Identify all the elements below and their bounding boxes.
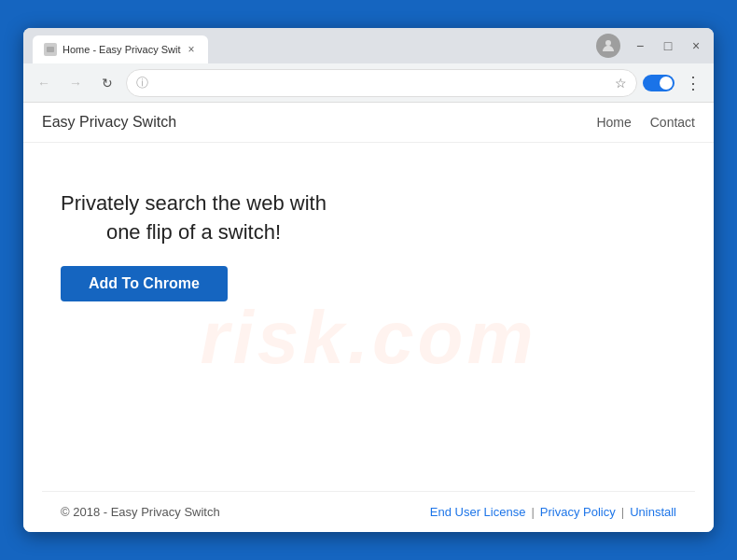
- page-content: Easy Privacy Switch Home Contact risk.co…: [23, 103, 714, 532]
- extension-toggle[interactable]: [643, 75, 674, 91]
- sep2: |: [621, 505, 624, 519]
- nav-home-link[interactable]: Home: [596, 115, 631, 130]
- bookmark-icon[interactable]: ☆: [615, 76, 627, 91]
- sep1: |: [531, 505, 534, 519]
- page-footer: © 2018 - Easy Privacy Switch End User Li…: [42, 491, 695, 532]
- hero-title: Privately search the web with one flip o…: [61, 189, 327, 247]
- footer-links: End User License | Privacy Policy | Unin…: [430, 505, 676, 519]
- site-header: Easy Privacy Switch Home Contact: [23, 103, 714, 143]
- close-window-button[interactable]: ×: [688, 37, 704, 54]
- browser-tab[interactable]: Home - Easy Privacy Swit ×: [33, 35, 208, 63]
- svg-point-1: [605, 40, 611, 46]
- main-area: risk.com Privately search the web with o…: [23, 143, 714, 532]
- forward-button[interactable]: →: [63, 70, 89, 96]
- more-options-button[interactable]: ⋮: [680, 70, 706, 96]
- tab-favicon: [44, 43, 57, 56]
- tab-area: Home - Easy Privacy Swit ×: [33, 28, 589, 63]
- maximize-button[interactable]: □: [660, 37, 676, 54]
- nav-bar: ← → ↻ ⓘ ☆ ⋮: [23, 63, 714, 103]
- footer-copyright: © 2018 - Easy Privacy Switch: [61, 505, 220, 519]
- window-controls: − □ ×: [596, 34, 704, 58]
- hero-section: Privately search the web with one flip o…: [42, 171, 695, 301]
- profile-icon[interactable]: [596, 34, 620, 58]
- info-icon: ⓘ: [136, 75, 148, 91]
- site-nav: Home Contact: [596, 115, 695, 130]
- svg-rect-0: [47, 47, 54, 52]
- browser-window: Home - Easy Privacy Swit × − □ × ← → ↻ ⓘ…: [23, 28, 714, 532]
- privacy-policy-link[interactable]: Privacy Policy: [540, 505, 616, 519]
- address-bar[interactable]: ⓘ ☆: [126, 69, 637, 97]
- hero-title-line2: one flip of a switch!: [106, 220, 281, 244]
- add-to-chrome-button[interactable]: Add To Chrome: [61, 266, 228, 301]
- tab-title: Home - Easy Privacy Swit: [63, 44, 181, 55]
- site-logo: Easy Privacy Switch: [42, 114, 176, 131]
- back-button[interactable]: ←: [31, 70, 57, 96]
- title-bar: Home - Easy Privacy Swit × − □ ×: [23, 28, 714, 63]
- watermark: risk.com: [200, 295, 536, 381]
- tab-close-button[interactable]: ×: [187, 43, 197, 56]
- hero-title-line1: Privately search the web with: [61, 191, 327, 215]
- refresh-button[interactable]: ↻: [94, 70, 120, 96]
- uninstall-link[interactable]: Uninstall: [630, 505, 676, 519]
- eula-link[interactable]: End User License: [430, 505, 526, 519]
- minimize-button[interactable]: −: [632, 37, 648, 54]
- nav-contact-link[interactable]: Contact: [650, 115, 695, 130]
